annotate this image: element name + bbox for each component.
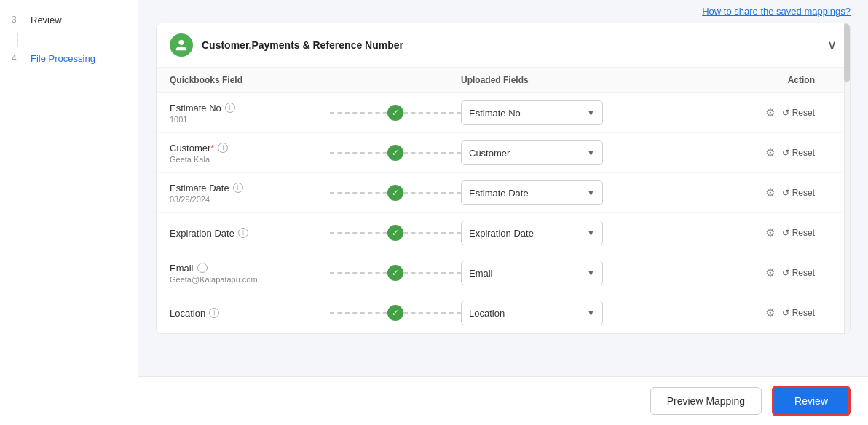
reset-label: Reset <box>792 188 815 198</box>
table-row: Location i ✓ Location ▼ <box>157 293 850 333</box>
dashed-line-right <box>403 312 461 314</box>
table-row: Customer* i Geeta Kala ✓ Customer ▼ <box>157 133 850 173</box>
info-icon[interactable]: i <box>209 308 219 318</box>
content-area: How to share the saved mappings? Custome… <box>138 0 868 425</box>
reset-button[interactable]: ↺ Reset <box>782 308 815 318</box>
check-badge: ✓ <box>387 225 403 241</box>
qb-field-sub-email: Geeta@Kalapatapu.com <box>170 275 330 284</box>
reset-icon: ↺ <box>782 188 789 198</box>
action-cell-email: ⚙ ↺ Reset <box>621 266 837 279</box>
action-cell-expiration-date: ⚙ ↺ Reset <box>621 226 837 239</box>
reset-icon: ↺ <box>782 148 789 158</box>
select-arrow: ▼ <box>587 229 595 237</box>
qb-field-name-label: Location <box>170 308 205 319</box>
select-value: Customer <box>469 148 510 159</box>
qb-field-name-label: Expiration Date <box>170 228 234 239</box>
uploaded-cell-estimate-no: Estimate No ▼ <box>461 100 621 125</box>
connector-cell: ✓ <box>330 185 461 201</box>
mapping-container: Customer,Payments & Reference Number ∨ Q… <box>138 23 868 376</box>
reset-icon: ↺ <box>782 228 789 238</box>
select-value: Expiration Date <box>469 228 534 239</box>
connector-cell: ✓ <box>330 305 461 321</box>
col-action-header: Action <box>621 75 837 85</box>
select-customer[interactable]: Customer ▼ <box>461 140 603 165</box>
reset-button[interactable]: ↺ Reset <box>782 268 815 278</box>
connector-cell: ✓ <box>330 105 461 121</box>
uploaded-cell-expiration-date: Expiration Date ▼ <box>461 221 621 245</box>
select-location[interactable]: Location ▼ <box>461 301 603 325</box>
gear-icon[interactable]: ⚙ <box>765 306 775 319</box>
step-number-review: 3 <box>12 15 23 25</box>
bottom-bar: Preview Mapping Review <box>138 376 868 425</box>
dashed-line-left <box>330 232 387 234</box>
sidebar-item-fileprocessing[interactable]: 4 File Processing <box>0 46 138 71</box>
qb-field-sub-customer: Geeta Kala <box>170 155 330 164</box>
select-arrow: ▼ <box>587 188 595 197</box>
reset-icon: ↺ <box>782 108 789 118</box>
select-value: Email <box>469 268 493 279</box>
check-badge: ✓ <box>387 145 403 161</box>
action-cell-estimate-date: ⚙ ↺ Reset <box>621 186 837 199</box>
uploaded-cell-customer: Customer ▼ <box>461 140 621 165</box>
reset-label: Reset <box>792 228 815 238</box>
info-icon[interactable]: i <box>238 228 248 238</box>
reset-icon: ↺ <box>782 268 789 278</box>
scroll-track <box>844 23 850 333</box>
info-icon[interactable]: i <box>225 103 235 113</box>
qb-field-estimate-date: Estimate Date i 03/29/2024 <box>170 183 330 204</box>
select-estimate-no[interactable]: Estimate No ▼ <box>461 100 603 125</box>
scroll-thumb[interactable] <box>844 23 850 82</box>
qb-field-name-label: Estimate No <box>170 103 221 114</box>
gear-icon[interactable]: ⚙ <box>765 186 775 199</box>
connector-cell: ✓ <box>330 145 461 161</box>
reset-icon: ↺ <box>782 308 789 318</box>
preview-mapping-button[interactable]: Preview Mapping <box>650 387 762 415</box>
table-row: Estimate Date i 03/29/2024 ✓ Estimate Da… <box>157 173 850 213</box>
info-icon[interactable]: i <box>233 183 243 193</box>
check-badge: ✓ <box>387 305 403 321</box>
reset-label: Reset <box>792 108 815 118</box>
review-button[interactable]: Review <box>772 386 851 416</box>
gear-icon[interactable]: ⚙ <box>765 266 775 279</box>
select-estimate-date[interactable]: Estimate Date ▼ <box>461 180 603 205</box>
table-header: Quickbooks Field Uploaded Fields Action <box>157 68 850 93</box>
reset-button[interactable]: ↺ Reset <box>782 228 815 238</box>
col-uploaded-header: Uploaded Fields <box>461 75 621 85</box>
qb-field-location: Location i <box>170 308 330 319</box>
qb-field-name-label: Estimate Date <box>170 183 229 194</box>
select-value: Location <box>469 308 505 319</box>
uploaded-cell-email: Email ▼ <box>461 261 621 285</box>
gear-icon[interactable]: ⚙ <box>765 146 775 159</box>
dashed-line-right <box>403 232 461 234</box>
qb-field-name-label: Email <box>170 263 194 274</box>
table-row: Expiration Date i ✓ Expiration Date ▼ <box>157 213 850 253</box>
gear-icon[interactable]: ⚙ <box>765 106 775 119</box>
action-cell-estimate-no: ⚙ ↺ Reset <box>621 106 837 119</box>
dashed-line-left <box>330 192 387 194</box>
help-link[interactable]: How to share the saved mappings? <box>702 6 851 17</box>
select-arrow: ▼ <box>587 148 595 157</box>
sidebar-label-review: Review <box>31 15 62 25</box>
dashed-line-left <box>330 152 387 154</box>
info-icon[interactable]: i <box>218 143 228 153</box>
reset-button[interactable]: ↺ Reset <box>782 188 815 198</box>
select-expiration-date[interactable]: Expiration Date ▼ <box>461 221 603 245</box>
select-arrow: ▼ <box>587 108 595 117</box>
chevron-icon[interactable]: ∨ <box>827 37 837 53</box>
dashed-line-left <box>330 272 387 274</box>
reset-button[interactable]: ↺ Reset <box>782 148 815 158</box>
dashed-line-right <box>403 112 461 114</box>
main-container: 3 Review 4 File Processing How to share … <box>0 0 868 425</box>
sidebar-item-review[interactable]: 3 Review <box>0 7 138 33</box>
select-email[interactable]: Email ▼ <box>461 261 603 285</box>
qb-field-sub-estimate-date: 03/29/2024 <box>170 195 330 204</box>
col-qb-header: Quickbooks Field <box>170 75 330 85</box>
dashed-line-right <box>403 192 461 194</box>
sidebar: 3 Review 4 File Processing <box>0 0 138 425</box>
reset-button[interactable]: ↺ Reset <box>782 108 815 118</box>
step-number-fileprocessing: 4 <box>12 53 23 63</box>
gear-icon[interactable]: ⚙ <box>765 226 775 239</box>
info-icon[interactable]: i <box>197 263 208 273</box>
content-top: How to share the saved mappings? <box>138 0 868 23</box>
qb-field-email: Email i Geeta@Kalapatapu.com <box>170 263 330 284</box>
